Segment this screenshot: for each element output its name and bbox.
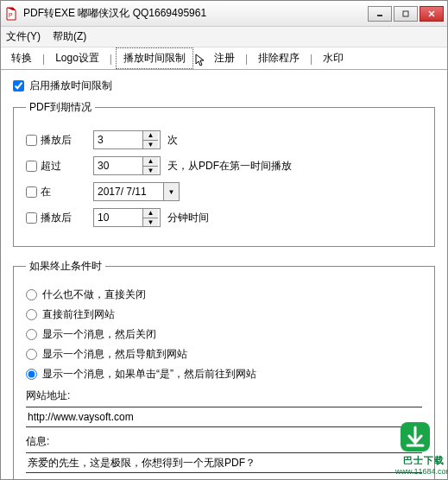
watermark-url: www.11684.com bbox=[395, 467, 448, 476]
expiry-after-play-suffix: 次 bbox=[167, 133, 178, 148]
minimize-icon bbox=[375, 9, 384, 18]
expiry-after-play2-checkbox[interactable] bbox=[26, 212, 37, 224]
expiry-at-checkbox[interactable] bbox=[26, 186, 37, 198]
enable-time-limit-row: 启用播放时间限制 bbox=[13, 79, 435, 93]
url-label: 网站地址: bbox=[26, 388, 422, 403]
expiry-at-input[interactable] bbox=[94, 183, 163, 200]
expiry-at-label: 在 bbox=[41, 185, 51, 199]
expiry-after-play-input[interactable] bbox=[94, 131, 142, 148]
expiry-over-row: 超过 ▲ ▼ 天，从PDF在第一时间播放 bbox=[26, 156, 422, 175]
tab-exclude[interactable]: 排除程序 bbox=[251, 48, 306, 68]
chevron-down-icon[interactable]: ▼ bbox=[163, 183, 179, 200]
expiry-over-suffix: 天，从PDF在第一时间播放 bbox=[167, 159, 292, 174]
expiry-over-label: 超过 bbox=[41, 159, 61, 174]
expiry-after-play-label: 播放后 bbox=[41, 133, 72, 148]
tab-separator: | bbox=[108, 53, 114, 65]
menu-help[interactable]: 帮助(Z) bbox=[53, 29, 86, 44]
expiry-group: PDF到期情况 播放后 ▲ ▼ 次 超过 bbox=[13, 100, 435, 247]
terminate-radio-2[interactable] bbox=[26, 329, 37, 340]
tab-content: 启用播放时间限制 PDF到期情况 播放后 ▲ ▼ 次 bbox=[1, 70, 447, 480]
terminate-label-3: 显示一个消息，然后导航到网站 bbox=[42, 347, 187, 362]
menubar: 文件(Y) 帮助(Z) bbox=[1, 27, 447, 47]
expiry-at-row: 在 ▼ bbox=[26, 182, 422, 201]
tab-time-limit[interactable]: 播放时间限制 bbox=[116, 47, 193, 69]
terminate-legend: 如果终止条件时 bbox=[26, 259, 105, 274]
close-icon bbox=[427, 9, 436, 18]
app-icon: P bbox=[4, 7, 18, 21]
spin-up-icon[interactable]: ▲ bbox=[143, 157, 158, 167]
spin-up-icon[interactable]: ▲ bbox=[143, 131, 158, 141]
tab-separator: | bbox=[308, 53, 314, 65]
terminate-option-3: 显示一个消息，然后导航到网站 bbox=[26, 347, 422, 362]
watermark-text: 巴士下载 bbox=[395, 454, 448, 467]
mouse-cursor-icon bbox=[195, 54, 205, 67]
terminate-radio-1[interactable] bbox=[26, 309, 37, 320]
url-input[interactable] bbox=[26, 407, 422, 427]
minimize-button[interactable] bbox=[368, 6, 392, 22]
terminate-radio-4[interactable] bbox=[26, 369, 37, 380]
terminate-option-2: 显示一个消息，然后关闭 bbox=[26, 327, 422, 342]
tab-watermark[interactable]: 水印 bbox=[316, 48, 350, 68]
terminate-label-2: 显示一个消息，然后关闭 bbox=[42, 327, 156, 342]
tab-separator: | bbox=[41, 53, 47, 65]
expiry-legend: PDF到期情况 bbox=[26, 100, 95, 115]
terminate-label-1: 直接前往到网站 bbox=[42, 307, 115, 322]
maximize-icon bbox=[401, 9, 410, 18]
titlebar: P PDF转EXE 嘟嘟侠汉化 QQ1669495961 bbox=[1, 1, 447, 27]
tab-logo-settings[interactable]: Logo设置 bbox=[48, 48, 106, 68]
expiry-after-play-checkbox[interactable] bbox=[26, 135, 37, 146]
expiry-over-input[interactable] bbox=[94, 157, 142, 174]
expiry-after-play2-input[interactable] bbox=[94, 209, 142, 226]
message-input[interactable] bbox=[26, 452, 422, 473]
expiry-over-spinner: ▲ ▼ bbox=[93, 156, 161, 175]
menu-file[interactable]: 文件(Y) bbox=[6, 29, 41, 44]
expiry-over-checkbox[interactable] bbox=[26, 161, 37, 172]
enable-time-limit-label: 启用播放时间限制 bbox=[29, 79, 112, 93]
spin-down-icon[interactable]: ▼ bbox=[143, 218, 158, 227]
tabstrip: 转换 | Logo设置 | 播放时间限制 注册 | 排除程序 | 水印 bbox=[1, 47, 447, 70]
message-label: 信息: bbox=[26, 434, 422, 449]
terminate-label-4: 显示一个消息，如果单击“是”，然后前往到网站 bbox=[42, 367, 256, 382]
svg-rect-2 bbox=[403, 11, 408, 16]
spin-down-icon[interactable]: ▼ bbox=[143, 167, 158, 175]
maximize-button[interactable] bbox=[394, 6, 418, 22]
spin-up-icon[interactable]: ▲ bbox=[143, 209, 158, 218]
download-arrow-icon bbox=[395, 417, 435, 457]
terminate-option-4: 显示一个消息，如果单击“是”，然后前往到网站 bbox=[26, 367, 422, 382]
tab-register[interactable]: 注册 bbox=[207, 48, 242, 68]
spin-down-icon[interactable]: ▼ bbox=[143, 141, 158, 149]
window-title: PDF转EXE 嘟嘟侠汉化 QQ1669495961 bbox=[23, 6, 368, 21]
expiry-after-play-spinner: ▲ ▼ bbox=[93, 130, 161, 149]
terminate-group: 如果终止条件时 什么也不做，直接关闭 直接前往到网站 显示一个消息，然后关闭 显… bbox=[13, 259, 435, 480]
terminate-radio-3[interactable] bbox=[26, 349, 37, 360]
tab-separator: | bbox=[243, 53, 249, 65]
expiry-after-play2-row: 播放后 ▲ ▼ 分钟时间 bbox=[26, 208, 422, 227]
svg-text:P: P bbox=[9, 12, 13, 18]
expiry-at-datepicker: ▼ bbox=[93, 182, 180, 201]
app-window: P PDF转EXE 嘟嘟侠汉化 QQ1669495961 文件(Y) 帮助(Z)… bbox=[0, 0, 448, 480]
terminate-option-0: 什么也不做，直接关闭 bbox=[26, 287, 422, 302]
terminate-radio-0[interactable] bbox=[26, 289, 37, 300]
terminate-label-0: 什么也不做，直接关闭 bbox=[42, 287, 146, 302]
close-button[interactable] bbox=[420, 6, 444, 22]
terminate-option-1: 直接前往到网站 bbox=[26, 307, 422, 322]
expiry-after-play2-spinner: ▲ ▼ bbox=[93, 208, 161, 227]
expiry-after-play-row: 播放后 ▲ ▼ 次 bbox=[26, 130, 422, 149]
enable-time-limit-checkbox[interactable] bbox=[13, 80, 24, 92]
expiry-after-play2-suffix: 分钟时间 bbox=[167, 211, 209, 225]
window-buttons bbox=[368, 6, 444, 22]
tab-convert[interactable]: 转换 bbox=[4, 48, 39, 68]
expiry-after-play2-label: 播放后 bbox=[41, 211, 72, 225]
site-watermark: 巴士下载 www.11684.com bbox=[395, 417, 448, 476]
